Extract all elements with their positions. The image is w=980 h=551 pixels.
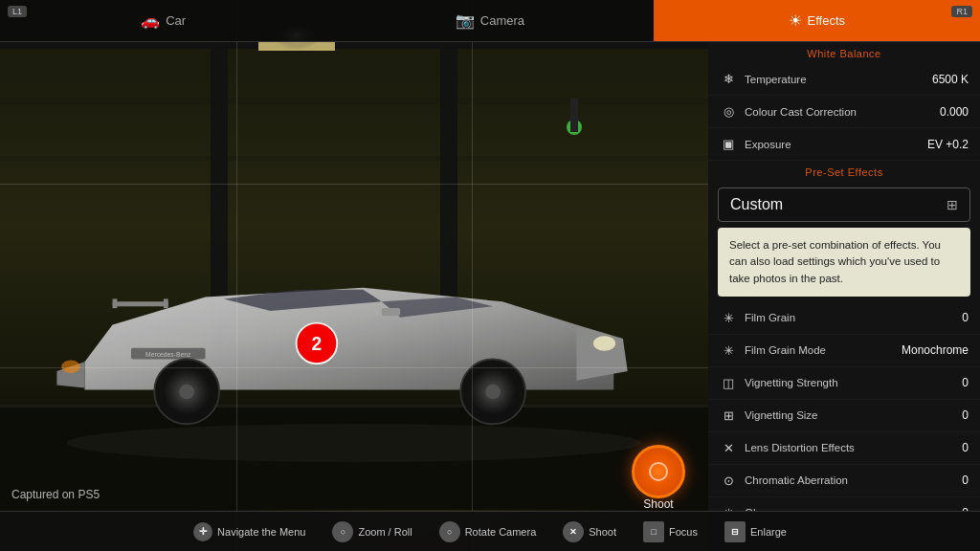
vignetting-strength-label: Vignetting Strength	[745, 377, 962, 388]
svg-point-18	[485, 385, 501, 400]
zoom-action: ○ Zoom / Roll	[332, 521, 412, 542]
vignetting-strength-icon: ◫	[720, 374, 737, 391]
lens-distortion-icon: ✕	[720, 439, 737, 456]
navigate-label: Navigate the Menu	[217, 526, 305, 538]
colour-cast-value: 0.000	[940, 105, 969, 119]
white-balance-header: White Balance	[708, 42, 980, 63]
enlarge-action: ⊟ Enlarge	[724, 521, 787, 542]
vignetting-size-row: ⊞ Vignetting Size 0	[708, 400, 980, 432]
exposure-icon: ▣	[720, 136, 737, 153]
shoot-action-label: Shoot	[589, 526, 616, 538]
svg-rect-3	[0, 156, 708, 161]
svg-rect-27	[113, 298, 118, 308]
grid-icon: ⊞	[947, 197, 958, 212]
chromatic-aberration-label: Chromatic Aberration	[745, 474, 962, 486]
preset-effects-header: Pre-Set Effects	[708, 161, 980, 182]
svg-rect-9	[570, 99, 578, 132]
exposure-label: Exposure	[745, 139, 927, 150]
dpad-icon: ✛	[193, 522, 212, 541]
shoot-button-label: Shoot	[631, 497, 686, 511]
bottom-bar: ✛ Navigate the Menu ○ Zoom / Roll ○ Rota…	[0, 511, 980, 551]
r1-badge[interactable]: R1	[951, 6, 972, 17]
chromatic-aberration-value: 0	[962, 474, 969, 487]
colour-cast-row: ◎ Colour Cast Correction 0.000	[708, 96, 980, 128]
film-grain-label: Film Grain	[745, 312, 962, 323]
svg-text:Mercedes-Benz: Mercedes-Benz	[145, 352, 191, 359]
film-grain-mode-row: ✳ Film Grain Mode Monochrome	[708, 335, 980, 367]
exposure-row: ▣ Exposure EV +0.2	[708, 128, 980, 161]
film-grain-row: ✳ Film Grain 0	[708, 302, 980, 335]
svg-point-15	[179, 385, 194, 400]
photo-area: 2 Mercedes-Benz Captured on PS5 Shoot	[0, 0, 708, 551]
r-stick-icon: ○	[439, 521, 460, 542]
exposure-value: EV +0.2	[927, 138, 969, 151]
glare-icon: ✳	[720, 504, 737, 511]
film-grain-mode-value: Monochrome	[902, 343, 969, 357]
captured-label: Captured on PS5	[11, 488, 100, 501]
tab-car-label: Car	[166, 13, 186, 28]
temperature-row: ❄ Temperature 6500 K	[708, 63, 980, 96]
vignetting-size-label: Vignetting Size	[745, 409, 962, 421]
shoot-button-inner	[649, 462, 668, 481]
right-panel: White Balance ❄ Temperature 6500 K ◎ Col…	[708, 42, 980, 511]
rotate-action: ○ Rotate Camera	[439, 521, 537, 542]
tab-effects-label: Effects	[808, 13, 846, 28]
film-grain-icon: ✳	[720, 309, 737, 326]
colour-cast-icon: ◎	[720, 103, 737, 121]
temperature-icon: ❄	[720, 71, 737, 88]
colour-cast-label: Colour Cast Correction	[745, 106, 940, 118]
camera-icon: 📷	[456, 11, 475, 30]
top-navigation: L1 🚗 Car 📷 Camera ☀ Effects R1	[0, 0, 980, 42]
custom-dropdown-label: Custom	[730, 196, 947, 213]
cross-icon: ✕	[563, 521, 584, 542]
svg-point-24	[61, 360, 79, 373]
focus-label: Focus	[669, 526, 698, 538]
navigate-action: ✛ Navigate the Menu	[193, 522, 305, 541]
lens-distortion-label: Lens Distortion Effects	[745, 442, 962, 453]
l-stick-icon: ○	[332, 521, 353, 542]
vignetting-strength-value: 0	[962, 376, 969, 389]
square-icon: □	[643, 521, 664, 542]
glare-row: ✳ Glare 0	[708, 497, 980, 511]
tab-effects[interactable]: ☀ Effects	[654, 0, 980, 41]
svg-rect-26	[113, 301, 168, 306]
lens-distortion-row: ✕ Lens Distortion Effects 0	[708, 432, 980, 465]
custom-dropdown[interactable]: Custom ⊞	[718, 187, 970, 222]
lens-distortion-value: 0	[962, 441, 969, 454]
car-icon: 🚗	[141, 11, 160, 30]
film-grain-value: 0	[962, 311, 969, 324]
effects-icon: ☀	[789, 11, 802, 30]
tab-camera-label: Camera	[480, 13, 524, 28]
temperature-label: Temperature	[745, 74, 932, 85]
shoot-button[interactable]	[632, 445, 685, 498]
tab-camera[interactable]: 📷 Camera	[326, 0, 653, 41]
chromatic-aberration-row: ⊙ Chromatic Aberration 0	[708, 465, 980, 497]
rotate-label: Rotate Camera	[465, 526, 537, 538]
vignetting-size-icon: ⊞	[720, 407, 737, 424]
tooltip-box: Select a pre-set combination of effects.…	[718, 228, 970, 297]
vignetting-size-value: 0	[962, 408, 969, 422]
tab-car[interactable]: 🚗 Car	[0, 0, 326, 41]
svg-rect-25	[382, 308, 400, 316]
svg-point-23	[593, 336, 615, 351]
tooltip-text: Select a pre-set combination of effects.…	[729, 239, 941, 284]
vignetting-strength-row: ◫ Vignetting Strength 0	[708, 367, 980, 400]
temperature-value: 6500 K	[932, 73, 969, 86]
touchpad-icon: ⊟	[724, 521, 746, 542]
shoot-action[interactable]: ✕ Shoot	[563, 521, 616, 542]
svg-rect-2	[0, 99, 708, 104]
svg-rect-1	[0, 41, 708, 49]
svg-rect-28	[164, 298, 168, 308]
zoom-label: Zoom / Roll	[358, 526, 412, 538]
chromatic-aberration-icon: ⊙	[720, 472, 737, 489]
focus-action: □ Focus	[643, 521, 698, 542]
svg-text:2: 2	[312, 333, 323, 354]
film-grain-mode-label: Film Grain Mode	[745, 344, 902, 356]
enlarge-label: Enlarge	[750, 526, 787, 538]
car-svg: 2 Mercedes-Benz	[38, 251, 651, 436]
film-grain-mode-icon: ✳	[720, 342, 737, 359]
